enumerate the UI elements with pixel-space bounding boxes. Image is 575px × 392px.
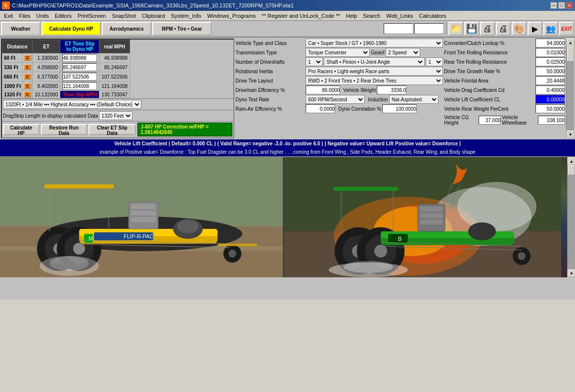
etslip-1320: Time Slip MPH	[60, 91, 99, 98]
printer2-icon: 🖨	[499, 24, 508, 34]
weight-input[interactable]	[377, 86, 406, 94]
save-button[interactable]: 💾	[464, 22, 479, 36]
menu-exit[interactable]: Exit	[1, 12, 16, 20]
menu-help[interactable]: Help	[343, 12, 360, 20]
drag-coeff-input[interactable]	[535, 86, 565, 94]
menu-sysinfo[interactable]: System_Info	[168, 12, 204, 20]
rear-weight-input[interactable]	[535, 104, 565, 113]
et-1320: 10.132000	[32, 91, 60, 98]
accuracy-dropdown[interactable]: 1320Ft • 1/4 Mile ••• Highest Accuracy •…	[3, 100, 141, 109]
img-scroll-thumb[interactable]	[568, 165, 575, 175]
ram-air-input[interactable]	[306, 104, 335, 113]
scroll-up-button[interactable]: ▲	[567, 39, 575, 46]
svg-text:FLIP-R-PAC: FLIP-R-PAC	[124, 233, 153, 239]
c-button-1320[interactable]: C	[24, 91, 31, 97]
drive-growth-input[interactable]	[535, 67, 565, 76]
info-line-2: example of Positive value= Downforce : T…	[0, 148, 575, 156]
table-row: 660 Ft C 6.377000 107.522506	[2, 72, 130, 82]
rear-roll-input[interactable]	[535, 57, 565, 66]
folder-button[interactable]: 📁	[448, 22, 463, 36]
printer2-button[interactable]: 🖨	[496, 22, 511, 36]
transmission-select[interactable]: Torque Converter	[306, 48, 370, 57]
info-line-1: Vehicle Lift Coefficient ( Default= 0.00…	[0, 139, 575, 148]
hp-correction-display: J-607 HP Correction w/FHP = 1.0814842845	[137, 123, 233, 136]
rear-roll-label: Rear Tire Rolling Resistance	[444, 59, 507, 65]
print-button[interactable]: 🖨	[480, 22, 495, 36]
gear-select[interactable]: 2 Speed	[386, 48, 420, 57]
drivetrain-input[interactable]	[306, 86, 340, 94]
shaft-num-select[interactable]: 1	[426, 57, 443, 66]
folder-icon: 📁	[450, 23, 461, 34]
minimize-button[interactable]: —	[550, 2, 557, 9]
front-roll-input[interactable]	[535, 48, 565, 57]
dyno-corr-input[interactable]	[382, 104, 417, 113]
et-330: 4.058000	[32, 63, 60, 72]
cg-height-input[interactable]	[479, 116, 501, 125]
svg-rect-27	[218, 244, 257, 246]
dyno-test-select[interactable]: 600 RPM/Second	[306, 95, 365, 104]
mph-660: 107.522506	[99, 72, 130, 82]
c-button-660[interactable]: C	[24, 74, 31, 80]
users-button[interactable]: 👥	[543, 22, 558, 36]
driveshafts-select[interactable]: 1	[306, 57, 323, 66]
drive-layout-select[interactable]: RWD • 2 Front Tires • 2 Rear Drive Tires	[306, 76, 443, 85]
cg-height-label: Vehicle CG Height	[444, 115, 478, 126]
svg-rect-22	[44, 184, 114, 188]
svg-rect-54	[420, 219, 442, 224]
scroll-down-button[interactable]: ▼	[567, 131, 575, 138]
vehicle-type-select[interactable]: Car • Super Stock / GT • 1960-1980	[306, 39, 443, 47]
induction-label: Induction	[368, 97, 388, 102]
menu-clipboard[interactable]: Clipboard	[139, 12, 168, 20]
menu-register[interactable]: ** Register and UnLock_Code **	[259, 12, 343, 20]
induction-select[interactable]: Nat-Aspirated	[389, 95, 439, 104]
menu-editors[interactable]: Editors	[52, 12, 75, 20]
rotational-label: Rotational Inertia	[235, 69, 305, 74]
table-row: 60 Ft C 1.330000 46.938988	[2, 53, 130, 63]
clear-button[interactable]: Clear ET Slip Data	[88, 124, 136, 135]
etslip-330[interactable]	[60, 63, 99, 72]
ram-air-label: Ram-Air Efficiency %	[235, 106, 305, 112]
menu-snapshot[interactable]: SnapShot	[109, 12, 138, 20]
exit-button[interactable]: EXIT	[559, 22, 574, 36]
menu-units[interactable]: Units	[34, 12, 52, 20]
menu-weblinks[interactable]: Web_Links	[383, 12, 416, 20]
weather-button[interactable]: Weather	[1, 22, 41, 36]
rotational-select[interactable]: Pro Racers • Light-weight Race parts	[306, 67, 443, 76]
img-scroll-up[interactable]: ▲	[568, 157, 575, 165]
menu-search[interactable]: Search	[360, 12, 383, 20]
etslip-1000[interactable]	[60, 82, 99, 91]
converter-input[interactable]	[535, 39, 565, 47]
close-button[interactable]: ✕	[566, 2, 573, 9]
c-button-1000[interactable]: C	[24, 83, 31, 89]
img-scroll-track	[568, 165, 575, 269]
svg-rect-21	[131, 217, 156, 222]
img-scroll-down[interactable]: ▼	[568, 269, 575, 277]
shaft-type-select[interactable]: Shaft • Pinion • U-Joint Angle	[324, 57, 425, 66]
menu-programs[interactable]: Windows_Programs	[204, 12, 259, 20]
driveshafts-label: Number of Driveshafts	[235, 59, 305, 65]
dragstrip-dropdown[interactable]: 1320 Feet	[99, 111, 133, 120]
etslip-60[interactable]	[60, 53, 99, 63]
wheelbase-input[interactable]	[538, 116, 565, 125]
etslip-660[interactable]	[60, 72, 99, 82]
aero-button[interactable]: Aerodynamics	[102, 22, 151, 36]
calculate-hp-button[interactable]: Calculate HP	[3, 124, 40, 135]
menu-files[interactable]: Files	[16, 12, 33, 20]
rpm-button[interactable]: RPM • Tire • Gear	[152, 22, 212, 36]
save-icon: 💾	[466, 23, 477, 34]
color-button[interactable]: 🎨	[512, 22, 527, 36]
dyno-button[interactable]: Calculate Dyno HP	[42, 22, 101, 36]
play-button[interactable]: ▶	[528, 22, 542, 36]
menu-calculators[interactable]: Calculators	[416, 12, 449, 20]
scroll-thumb[interactable]	[567, 46, 574, 61]
toolbar-input-1[interactable]	[384, 23, 413, 34]
restore-button[interactable]: Restore Run Data	[41, 124, 88, 135]
maximize-button[interactable]: □	[558, 2, 565, 9]
svg-rect-19	[131, 204, 156, 209]
c-button-60[interactable]: C	[24, 55, 31, 61]
menu-printscreen[interactable]: PrintScreen	[75, 12, 109, 20]
c-button-330[interactable]: C	[24, 64, 31, 70]
toolbar-input-2[interactable]	[414, 23, 444, 34]
frontal-area-input[interactable]	[535, 76, 565, 85]
lift-coeff-input[interactable]	[535, 95, 565, 104]
